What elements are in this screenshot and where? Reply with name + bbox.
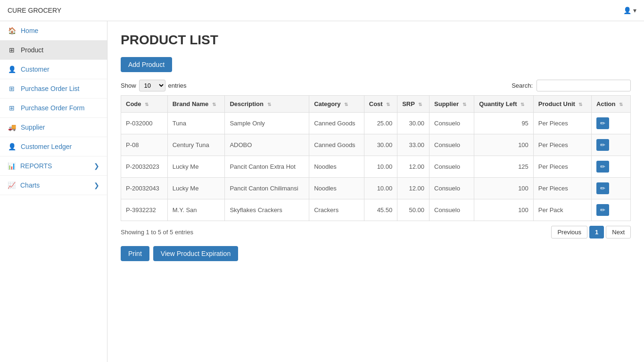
- product-table: Code ⇅ Brand Name ⇅ Description ⇅ Catego…: [121, 95, 631, 221]
- cell-supplier: Consuelo: [429, 134, 474, 156]
- cell-supplier: Consuelo: [429, 113, 474, 134]
- cell-cost: 25.00: [364, 113, 397, 134]
- cell-supplier: Consuelo: [429, 178, 474, 199]
- edit-button-row-4[interactable]: ✏: [596, 204, 609, 216]
- sidebar-item-charts[interactable]: 📈 Charts ❯: [0, 176, 107, 195]
- pagination-next-button[interactable]: Next: [606, 226, 631, 239]
- product-icon: ⊞: [8, 46, 16, 54]
- supplier-icon: 🚚: [8, 123, 16, 131]
- entries-select[interactable]: 10 25 50 100: [139, 80, 165, 91]
- col-supplier[interactable]: Supplier ⇅: [429, 96, 474, 113]
- cell-description: ADOBO: [225, 134, 309, 156]
- sidebar-label-product: Product: [21, 46, 43, 54]
- cell-srp: 12.00: [397, 178, 429, 199]
- sidebar-item-purchase-order-list[interactable]: ⊞ Purchase Order List: [0, 79, 107, 99]
- search-input[interactable]: [537, 80, 631, 91]
- cell-product_unit: Per Pieces: [533, 178, 591, 199]
- col-brand-name[interactable]: Brand Name ⇅: [167, 96, 225, 113]
- customer-ledger-icon: 👤: [8, 143, 16, 150]
- sidebar-item-customer-ledger[interactable]: 👤 Customer Ledger: [0, 137, 107, 156]
- user-icon: 👤: [623, 7, 631, 14]
- home-icon: 🏠: [8, 27, 16, 34]
- reports-icon: 📊: [8, 162, 16, 170]
- cell-description: Skyflakes Crackers: [225, 199, 309, 221]
- cell-brand_name: Century Tuna: [167, 134, 225, 156]
- customer-icon: 👤: [8, 66, 16, 73]
- cell-code: P-20032023: [121, 156, 168, 178]
- col-product-unit[interactable]: Product Unit ⇅: [533, 96, 591, 113]
- sidebar-item-product[interactable]: ⊞ Product: [0, 41, 107, 60]
- show-label: Show: [121, 82, 136, 89]
- table-row: P-3932232M.Y. SanSkyflakes CrackersCrack…: [121, 199, 631, 221]
- show-entries-control: Show 10 25 50 100 entries: [121, 80, 187, 91]
- cell-brand_name: M.Y. San: [167, 199, 225, 221]
- cell-action: ✏: [592, 199, 631, 221]
- cell-category: Crackers: [309, 199, 364, 221]
- sidebar-item-customer[interactable]: 👤 Customer: [0, 60, 107, 79]
- edit-button-row-1[interactable]: ✏: [596, 139, 609, 151]
- showing-text: Showing 1 to 5 of 5 entries: [121, 229, 193, 236]
- print-button[interactable]: Print: [121, 246, 149, 261]
- col-action[interactable]: Action ⇅: [592, 96, 631, 113]
- col-description[interactable]: Description ⇅: [225, 96, 309, 113]
- col-cost[interactable]: Cost ⇅: [364, 96, 397, 113]
- cell-code: P-032000: [121, 113, 168, 134]
- sidebar-label-charts: Charts: [20, 181, 40, 189]
- cell-srp: 30.00: [397, 113, 429, 134]
- sidebar: 🏠 Home ⊞ Product 👤 Customer ⊞ Purchase O…: [0, 21, 107, 362]
- search-label: Search:: [512, 82, 533, 89]
- cell-code: P-3932232: [121, 199, 168, 221]
- bottom-buttons: Print View Product Expiration: [121, 246, 631, 261]
- cell-quantity_left: 100: [474, 134, 534, 156]
- cell-quantity_left: 125: [474, 156, 534, 178]
- cell-category: Canned Goods: [309, 134, 364, 156]
- edit-button-row-3[interactable]: ✏: [596, 182, 609, 194]
- cell-description: Sample Only: [225, 113, 309, 134]
- view-product-expiration-button[interactable]: View Product Expiration: [153, 246, 238, 261]
- col-category[interactable]: Category ⇅: [309, 96, 364, 113]
- purchase-order-form-icon: ⊞: [8, 104, 16, 112]
- col-quantity-left[interactable]: Quantity Left ⇅: [474, 96, 534, 113]
- pagination-page-1-button[interactable]: 1: [589, 226, 604, 239]
- cell-product_unit: Per Pieces: [533, 113, 591, 134]
- col-srp[interactable]: SRP ⇅: [397, 96, 429, 113]
- table-row: P-08Century TunaADOBOCanned Goods30.0033…: [121, 134, 631, 156]
- cell-category: Canned Goods: [309, 113, 364, 134]
- app-title: CURE GROCERY: [8, 7, 61, 14]
- cell-quantity_left: 100: [474, 178, 534, 199]
- main-content: PRODUCT LIST Add Product Show 10 25 50 1…: [107, 21, 644, 362]
- table-body: P-032000TunaSample OnlyCanned Goods25.00…: [121, 113, 631, 221]
- cell-brand_name: Tuna: [167, 113, 225, 134]
- sidebar-label-home: Home: [21, 27, 38, 34]
- cell-action: ✏: [592, 156, 631, 178]
- cell-action: ✏: [592, 178, 631, 199]
- purchase-order-list-icon: ⊞: [8, 85, 16, 92]
- sidebar-item-reports[interactable]: 📊 REPORTS ❯: [0, 156, 107, 176]
- sidebar-item-supplier[interactable]: 🚚 Supplier: [0, 118, 107, 137]
- cell-category: Noodles: [309, 156, 364, 178]
- table-header-row: Code ⇅ Brand Name ⇅ Description ⇅ Catego…: [121, 96, 631, 113]
- cell-brand_name: Lucky Me: [167, 156, 225, 178]
- table-row: P-032000TunaSample OnlyCanned Goods25.00…: [121, 113, 631, 134]
- pagination-previous-button[interactable]: Previous: [551, 226, 587, 239]
- edit-button-row-2[interactable]: ✏: [596, 161, 609, 173]
- sidebar-label-customer-ledger: Customer Ledger: [21, 143, 72, 150]
- cell-srp: 33.00: [397, 134, 429, 156]
- edit-button-row-0[interactable]: ✏: [596, 117, 609, 129]
- cell-quantity_left: 100: [474, 199, 534, 221]
- cell-quantity_left: 95: [474, 113, 534, 134]
- cell-supplier: Consuelo: [429, 199, 474, 221]
- search-area: Search:: [512, 80, 631, 91]
- cell-cost: 30.00: [364, 134, 397, 156]
- reports-chevron-icon: ❯: [94, 162, 99, 170]
- sidebar-item-home[interactable]: 🏠 Home: [0, 21, 107, 41]
- col-code[interactable]: Code ⇅: [121, 96, 168, 113]
- pagination: Previous 1 Next: [551, 226, 631, 239]
- cell-code: P-08: [121, 134, 168, 156]
- cell-srp: 12.00: [397, 156, 429, 178]
- sidebar-label-reports: REPORTS: [20, 162, 52, 170]
- cell-supplier: Consuelo: [429, 156, 474, 178]
- sidebar-item-purchase-order-form[interactable]: ⊞ Purchase Order Form: [0, 99, 107, 118]
- user-menu[interactable]: 👤 ▾: [623, 7, 636, 14]
- add-product-button[interactable]: Add Product: [121, 57, 172, 72]
